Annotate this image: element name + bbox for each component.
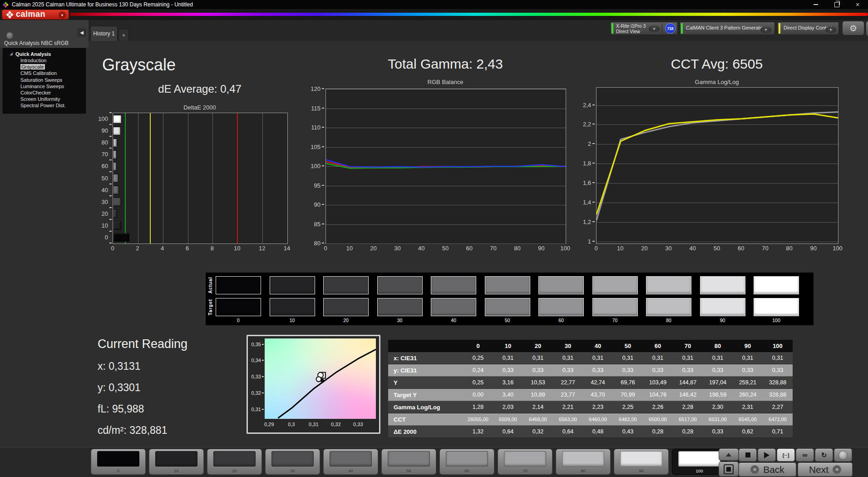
sidebar-item-cms-calibration[interactable]: CMS Calibration bbox=[3, 70, 85, 76]
target-swatch-10 bbox=[270, 298, 315, 316]
table-cell: 42,74 bbox=[583, 379, 613, 386]
x-tick-label: 80 bbox=[786, 245, 792, 252]
sidebar-item-luminance-sweeps[interactable]: Luminance Sweeps bbox=[3, 83, 85, 89]
x-tick-label: 6 bbox=[186, 245, 189, 252]
y-tick bbox=[592, 221, 595, 222]
x-tick-label: 10 bbox=[234, 245, 240, 252]
table-cell: 0,43 bbox=[613, 428, 643, 435]
tree-root-quick-analysis[interactable]: Quick Analysis bbox=[3, 51, 85, 57]
loop-button[interactable]: ∞ bbox=[796, 448, 814, 462]
pattern-level-button-60[interactable]: 60 bbox=[439, 449, 494, 475]
sidebar-item-grayscale[interactable]: Grayscale bbox=[3, 64, 85, 70]
x-tick-label: 0 bbox=[111, 245, 114, 252]
pattern-chevron-button[interactable]: ▼ bbox=[760, 26, 771, 33]
meter-badge[interactable]: 718 bbox=[665, 23, 676, 34]
y-tick bbox=[592, 241, 595, 242]
pattern-level-button-40[interactable]: 40 bbox=[323, 449, 378, 475]
y-tick-label: 95 bbox=[314, 182, 321, 189]
x-tick-label: 8 bbox=[211, 245, 214, 252]
y-tick bbox=[592, 182, 595, 183]
pattern-level-button-70[interactable]: 70 bbox=[498, 449, 552, 475]
x-tick-label: 70 bbox=[490, 245, 496, 252]
deltae-bar-100 bbox=[113, 115, 122, 124]
pattern-level-button-50[interactable]: 50 bbox=[381, 449, 436, 475]
level-label: 40 bbox=[324, 468, 378, 473]
settings-button[interactable]: ⚙ bbox=[842, 21, 864, 35]
pattern-level-button-90[interactable]: 90 bbox=[614, 449, 669, 475]
actual-swatch-90 bbox=[700, 276, 745, 294]
pattern-generator-dropdown[interactable]: CalMAN Client 3 Pattern Generator ▼ bbox=[680, 22, 775, 35]
display-chevron-button[interactable]: ▼ bbox=[825, 26, 836, 33]
sidebar-item-screen-uniformity[interactable]: Screen Uniformity bbox=[3, 96, 85, 102]
calman-menu-button[interactable]: calman ▼ bbox=[2, 10, 69, 20]
workflow-options-button[interactable] bbox=[6, 32, 14, 40]
pattern-level-button-0[interactable]: 0 bbox=[91, 449, 146, 475]
pattern-level-button-20[interactable]: 20 bbox=[207, 449, 262, 475]
tab-history-1[interactable]: History 1 bbox=[90, 26, 118, 41]
level-swatch bbox=[213, 451, 256, 467]
cct-average-label: CCT Avg: 6505 bbox=[596, 56, 838, 72]
panel-up-button[interactable] bbox=[719, 448, 739, 461]
new-tab-button[interactable]: + bbox=[118, 29, 129, 41]
minimize-button[interactable] bbox=[805, 0, 826, 9]
continuous-measure-button[interactable]: [··] bbox=[777, 448, 795, 462]
sidebar-item-colorchecker[interactable]: ColorChecker bbox=[3, 89, 85, 96]
table-cell: 0,28 bbox=[673, 428, 703, 435]
close-button[interactable]: × bbox=[847, 0, 868, 9]
stop-button[interactable] bbox=[739, 448, 757, 462]
strip-level-label: 0 bbox=[216, 318, 261, 323]
strip-level-label: 10 bbox=[270, 318, 315, 323]
x-tick-label: 60 bbox=[466, 245, 473, 252]
pattern-level-button-30[interactable]: 30 bbox=[265, 449, 320, 475]
table-cell: 0,33 bbox=[703, 367, 733, 373]
table-cell: 6482,00 bbox=[613, 417, 643, 422]
next-button[interactable]: Next » bbox=[798, 462, 853, 477]
play-button[interactable] bbox=[758, 448, 776, 462]
indicator-button[interactable] bbox=[834, 448, 852, 462]
gridline bbox=[212, 113, 213, 243]
y-tick bbox=[592, 202, 595, 203]
meter-status-bar bbox=[612, 23, 613, 34]
y-tick bbox=[109, 195, 112, 196]
x-tick-label: 60 bbox=[738, 245, 744, 252]
strip-level-label: 50 bbox=[485, 318, 530, 323]
y-tick bbox=[109, 231, 112, 232]
table-cell: 0,62 bbox=[733, 428, 763, 435]
measurement-point-marker bbox=[316, 377, 321, 382]
strip-level-label: 60 bbox=[538, 318, 584, 323]
target-swatch-30 bbox=[377, 298, 423, 316]
chevron-down-icon: ▼ bbox=[764, 28, 768, 31]
pattern-level-button-80[interactable]: 80 bbox=[556, 449, 611, 475]
sidebar-collapse-button[interactable]: ◀ bbox=[77, 28, 86, 37]
refresh-button[interactable]: ↻ bbox=[815, 448, 833, 462]
logo-dropdown-button[interactable]: ▼ bbox=[59, 11, 66, 19]
level-label: 50 bbox=[382, 468, 436, 473]
gamma_loglog-measured-line bbox=[597, 114, 838, 214]
meter-dropdown[interactable]: X-Rite i1Pro 3 Direct View ▼ 718 bbox=[610, 22, 678, 35]
maximize-button[interactable] bbox=[826, 0, 847, 9]
gridline bbox=[262, 113, 263, 243]
sidebar-item-saturation-sweeps[interactable]: Saturation Sweeps bbox=[3, 77, 85, 83]
stop-icon bbox=[745, 452, 750, 457]
display-control-dropdown[interactable]: Direct Display Control ▼ bbox=[777, 22, 839, 35]
workflow-title: Quick Analysis NBC sRGB bbox=[4, 40, 69, 46]
pattern-level-button-10[interactable]: 10 bbox=[149, 449, 204, 475]
table-row-gamma-log-log: Gamma Log/Log1,282,032,142,212,232,252,2… bbox=[388, 401, 793, 413]
x-tick-label: 20 bbox=[370, 245, 376, 252]
table-cell: 26055,00 bbox=[463, 417, 493, 422]
sidebar-item-spectral-power-dist[interactable]: Spectral Power Dist. bbox=[3, 102, 85, 109]
table-column-header-90: 90 bbox=[733, 343, 763, 349]
y-tick bbox=[109, 112, 112, 113]
meter-chevron-button[interactable]: ▼ bbox=[649, 25, 660, 32]
table-cell: 2,25 bbox=[613, 404, 643, 410]
sidebar-item-introduction[interactable]: Introduction bbox=[3, 57, 85, 64]
blank-pattern-button[interactable] bbox=[719, 462, 739, 477]
selected-item-highlight: Grayscale bbox=[20, 64, 45, 70]
calman-diamond-icon bbox=[3, 2, 9, 8]
back-button[interactable]: « Back bbox=[739, 462, 796, 477]
refresh-icon: ↻ bbox=[821, 451, 827, 459]
x-tick-label: 20 bbox=[641, 245, 647, 252]
row-label: Gamma Log/Log bbox=[388, 404, 463, 411]
edge-panel-button[interactable] bbox=[866, 21, 868, 36]
table-cell: 0,33 bbox=[553, 367, 583, 373]
